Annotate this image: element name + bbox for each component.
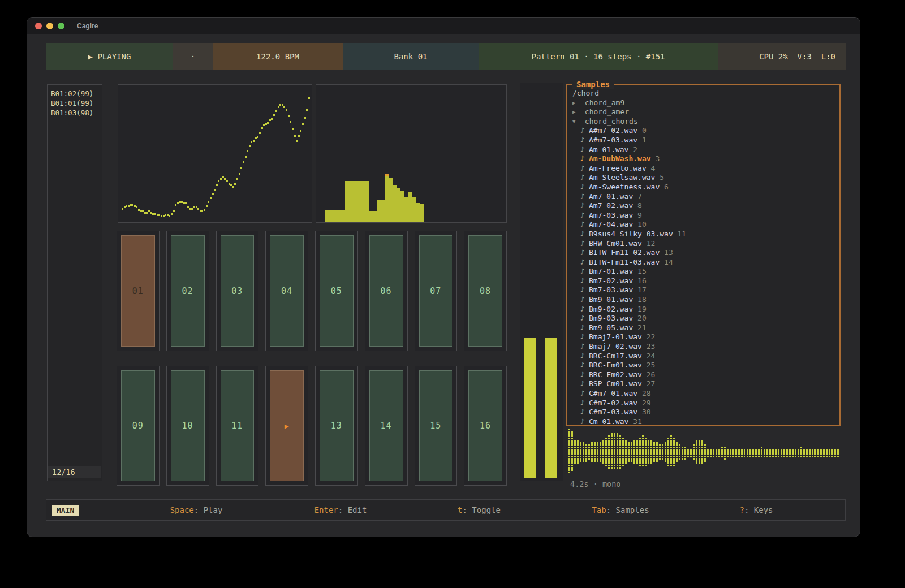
samples-file-row[interactable]: ♪Am7-01.wav 7 [572, 192, 839, 202]
footer-hint-action: : Keys [744, 505, 773, 514]
samples-file-row[interactable]: ♪BRC-Fm01.wav 25 [572, 361, 839, 370]
samples-file-row[interactable]: ♪Bm9-01.wav 18 [572, 295, 839, 305]
pad-fill: 16 [468, 370, 502, 481]
pad-08[interactable]: 08 [464, 231, 507, 351]
samples-file-row[interactable]: ♪Am-Freeto.wav 4 [572, 164, 839, 174]
samples-file-name: BHW-Cm01.wav [589, 239, 642, 248]
samples-file-row[interactable]: ♪BITW-Fm11-03.wav 14 [572, 258, 839, 267]
samples-file-row[interactable]: ♪C#m7-02.wav 29 [572, 399, 839, 408]
samples-file-row[interactable]: ♪B9sus4 Silky 03.wav 11 [572, 230, 839, 239]
window-title: Cagire [77, 22, 98, 30]
pad-12[interactable]: ▶ [265, 366, 308, 486]
samples-file-row[interactable]: ♪Am-Steelsaw.wav 5 [572, 173, 839, 183]
scatter-dot [300, 130, 301, 132]
samples-file-name: Bm7-01.wav [589, 267, 633, 275]
samples-browser[interactable]: Samples /chord▶ chord_am9▶ chord_amer▼ c… [566, 84, 841, 426]
samples-file-row[interactable]: ♪BRC-Fm02.wav 26 [572, 370, 839, 380]
scatter-dot [263, 124, 265, 126]
samples-file-row[interactable]: ♪Am-DubWash.wav 3 [572, 154, 839, 164]
scatter-dot [218, 180, 219, 182]
pad-07[interactable]: 07 [415, 231, 458, 351]
samples-file-row[interactable]: ♪Bm7-03.wav 17 [572, 286, 839, 295]
music-note-icon: ♪ [580, 332, 589, 342]
pad-09[interactable]: 09 [117, 366, 160, 486]
samples-file-row[interactable]: ♪BHW-Cm01.wav 12 [572, 239, 839, 249]
samples-file-row[interactable]: ♪A#m7-03.wav 1 [572, 136, 839, 145]
pad-fill: 05 [320, 235, 354, 347]
scatter-dot [294, 135, 296, 137]
samples-file-row[interactable]: ♪Bmaj7-02.wav 23 [572, 342, 839, 352]
samples-dir-row[interactable]: ▼ chord_chords [572, 117, 839, 127]
music-note-icon: ♪ [580, 276, 589, 286]
zoom-button[interactable] [58, 23, 64, 29]
pad-13[interactable]: 13 [315, 366, 358, 486]
samples-file-row[interactable]: ♪Bm7-02.wav 16 [572, 276, 839, 286]
samples-dir-row[interactable]: ▶ chord_am9 [572, 98, 839, 108]
pad-10[interactable]: 10 [166, 366, 209, 486]
status-segment-label-pattern: Pattern 01 · 16 steps · #151 [531, 52, 665, 61]
music-note-icon: ♪ [580, 305, 589, 314]
samples-file-row[interactable]: ♪BSP-Cm01.wav 27 [572, 379, 839, 389]
pad-02[interactable]: 02 [166, 231, 209, 351]
music-note-icon: ♪ [580, 220, 589, 230]
scatter-dot [247, 150, 248, 152]
samples-file-name: Bm7-03.wav [589, 286, 633, 294]
scatter-dot [249, 145, 251, 147]
scatter-dot [206, 205, 208, 207]
samples-file-row[interactable]: ♪Bm9-02.wav 19 [572, 305, 839, 314]
samples-file-row[interactable]: ♪Bm9-03.wav 20 [572, 314, 839, 323]
music-note-icon: ♪ [580, 211, 589, 220]
samples-file-row[interactable]: ♪Am-Sweetness.wav 6 [572, 183, 839, 192]
samples-file-row[interactable]: ♪A#m7-02.wav 0 [572, 126, 839, 136]
samples-file-name: B9sus4 Silky 03.wav [589, 230, 673, 238]
histogram-bar [353, 181, 357, 222]
samples-file-row[interactable]: ♪Am7-03.wav 9 [572, 211, 839, 220]
samples-file-row[interactable]: ♪BRC-Cm17.wav 24 [572, 352, 839, 361]
pad-16[interactable]: 16 [464, 366, 507, 486]
music-note-icon: ♪ [580, 136, 589, 145]
pad-06[interactable]: 06 [365, 231, 408, 351]
pad-fill: 07 [419, 235, 453, 347]
samples-file-row[interactable]: ♪Bmaj7-01.wav 22 [572, 332, 839, 342]
scatter-dot [240, 167, 242, 169]
samples-tree: /chord▶ chord_am9▶ chord_amer▼ chord_cho… [567, 85, 839, 426]
samples-file-index: 23 [642, 342, 655, 351]
samples-file-row[interactable]: ♪Bm7-01.wav 15 [572, 267, 839, 276]
footer-hint-key: Tab [592, 505, 606, 514]
pad-15[interactable]: 15 [415, 366, 458, 486]
histogram-bar [381, 200, 385, 222]
samples-file-row[interactable]: ♪Am7-04.wav 10 [572, 220, 839, 230]
histogram-bar [385, 174, 389, 222]
scatter-dot [282, 104, 283, 106]
minimize-button[interactable] [46, 23, 53, 29]
music-note-icon: ♪ [580, 314, 589, 323]
pad-03[interactable]: 03 [216, 231, 259, 351]
scatter-dot [208, 201, 209, 203]
footer-hint-space: Space: Play [170, 505, 223, 514]
pad-05[interactable]: 05 [315, 231, 358, 351]
samples-file-row[interactable]: ♪C#m7-01.wav 28 [572, 389, 839, 399]
pad-11[interactable]: 11 [216, 366, 259, 486]
scatter-dot [161, 215, 162, 217]
status-segment-pattern: Pattern 01 · 16 steps · #151 [479, 43, 718, 70]
scatter-dot [144, 212, 146, 214]
histogram-bars [325, 85, 424, 222]
scatter-dot [275, 110, 277, 112]
samples-file-row[interactable]: ♪Am7-02.wav 8 [572, 201, 839, 211]
samples-file-row[interactable]: ♪Am-01.wav 2 [572, 145, 839, 155]
samples-file-index: 22 [642, 332, 655, 341]
close-button[interactable] [35, 23, 42, 29]
footer-hint-?: ?: Keys [739, 505, 773, 514]
samples-file-row[interactable]: ♪Bm9-05.wav 21 [572, 323, 839, 333]
scatter-dot [183, 202, 185, 204]
music-note-icon: ♪ [580, 286, 589, 295]
samples-file-name: A#m7-02.wav [589, 126, 637, 135]
samples-file-row[interactable]: ♪Cm-01.wav 31 [572, 417, 839, 427]
pad-14[interactable]: 14 [365, 366, 408, 486]
pad-04[interactable]: 04 [265, 231, 308, 351]
samples-file-row[interactable]: ♪C#m7-03.wav 30 [572, 408, 839, 417]
samples-file-index: 30 [637, 408, 650, 416]
pad-01[interactable]: 01 [117, 231, 160, 351]
samples-dir-row[interactable]: ▶ chord_amer [572, 107, 839, 117]
samples-file-row[interactable]: ♪BITW-Fm11-02.wav 13 [572, 248, 839, 258]
